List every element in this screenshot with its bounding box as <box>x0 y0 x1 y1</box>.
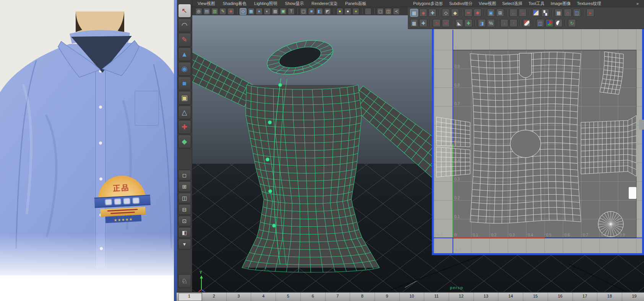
frame-tick-18[interactable]: 18 <box>607 294 612 298</box>
lasso-select-tool[interactable]: ◠ <box>178 18 191 32</box>
tweak-uv-tool-icon[interactable]: ▩ <box>410 19 418 27</box>
checker-cube-icon[interactable]: ◩ <box>324 8 331 15</box>
frame-tick-16[interactable]: 16 <box>558 294 562 298</box>
dim-image-icon[interactable] <box>523 19 531 27</box>
frame-tick-4[interactable]: 4 <box>262 294 264 298</box>
frame-tick-11[interactable]: 11 <box>434 294 438 298</box>
title-safe-icon[interactable]: T <box>288 8 295 15</box>
frame-tick-15[interactable]: 15 <box>533 294 538 298</box>
soft-mod-tool[interactable]: △ <box>178 106 191 119</box>
frame-tick-19[interactable]: 19 <box>632 294 636 298</box>
maya-swirl-icon[interactable]: ♘ <box>178 274 191 288</box>
uv-lattice-tool-icon[interactable]: ▦ <box>410 9 418 17</box>
smear-uv-tool-icon[interactable]: ✚ <box>419 19 427 27</box>
vp-menu-renderer[interactable]: Renderer渲染 <box>311 1 337 7</box>
two-d-pan-icon[interactable]: ◈ <box>227 8 234 15</box>
share-view-icon[interactable]: ≺ <box>393 8 400 15</box>
sew-uv-edge-icon[interactable]: ✱ <box>474 9 482 17</box>
lighting-mode-icon[interactable]: ◐ <box>264 8 271 15</box>
uv-menu-tool[interactable]: Tool工具 <box>529 1 545 7</box>
rotate-tool[interactable]: ◉ <box>178 62 191 76</box>
overflow-arrow-icon[interactable]: ► <box>586 9 594 17</box>
uv-editor-canvas[interactable]: 10.90.80.70.60.50.40.30.20.1-0.100.10.20… <box>432 29 644 255</box>
select-shell-cursor-icon[interactable]: ✚ <box>428 9 436 17</box>
copy-uv-shell-icon[interactable]: ◫ <box>573 9 581 17</box>
isolate-select-icon[interactable]: ◌ <box>365 8 371 15</box>
persp-outliner-layout[interactable]: ◫ <box>178 193 191 203</box>
frame-tick-2[interactable]: 2 <box>213 294 215 298</box>
view-cube-icon[interactable]: ▢ <box>377 8 384 15</box>
vp-menu-panels[interactable]: Panels面板 <box>345 1 367 7</box>
image-plane-icon[interactable]: ✎ <box>219 8 226 15</box>
textured-mode-icon[interactable]: ● <box>256 8 263 15</box>
pane-copy-icon[interactable]: ◫ <box>385 8 392 15</box>
universal-manipulator-tool[interactable]: ▣ <box>178 91 191 105</box>
pixel-snap-icon[interactable]: ▦ <box>555 9 563 17</box>
align-up-icon[interactable]: ↑ <box>509 19 517 27</box>
frame-tick-6[interactable]: 6 <box>311 294 314 298</box>
layout-uv-icon[interactable]: ▣ <box>487 9 495 17</box>
vp-menu-view[interactable]: View视图 <box>198 1 215 7</box>
textured-cube-icon[interactable]: ◧ <box>316 8 323 15</box>
cut-uv-edge-icon[interactable]: ✂ <box>464 9 472 17</box>
magnet-snap-icon[interactable]: ∩ <box>564 9 572 17</box>
rotate-ccw-icon[interactable]: ↺ <box>442 19 450 27</box>
cycle-edge-icon[interactable]: ◣ <box>455 19 463 27</box>
move-uv-shell-icon[interactable]: ◈ <box>419 9 427 17</box>
menu-overflow-icon[interactable]: » <box>636 1 639 6</box>
four-pane-layout[interactable]: ⊞ <box>178 181 191 192</box>
uv-menu-subdivs[interactable]: Subdivs细分 <box>449 1 472 7</box>
last-tool-used[interactable]: ◆ <box>178 135 191 148</box>
xray-mode-icon[interactable]: ▩ <box>272 8 279 15</box>
light-yellow-icon[interactable]: ● <box>336 8 343 15</box>
vp-menu-shading[interactable]: Shading着色 <box>223 1 247 7</box>
select-camera-icon[interactable]: ◎ <box>195 8 202 15</box>
frame-tick-9[interactable]: 9 <box>386 294 388 298</box>
flip-u-icon[interactable]: ◇ <box>442 9 450 17</box>
time-slider[interactable]: 12345678910111213141516171819 <box>177 292 644 301</box>
frame-tick-17[interactable]: 17 <box>582 294 587 298</box>
rotate-green-icon[interactable]: ↻ <box>568 19 576 27</box>
move-tool[interactable]: ▲ <box>178 47 191 61</box>
rgb-channels-icon[interactable] <box>545 19 553 27</box>
uv-menu-image[interactable]: Image图像 <box>551 1 571 7</box>
light-gray-icon[interactable]: ● <box>344 8 351 15</box>
vp-menu-show[interactable]: Show显示 <box>285 1 304 7</box>
frame-tick-14[interactable]: 14 <box>508 294 513 298</box>
rotate-cw-icon[interactable]: ↻ <box>433 19 441 27</box>
frame-tick-10[interactable]: 10 <box>409 294 414 298</box>
vp-menu-lighting[interactable]: Lighting照明 <box>254 1 277 7</box>
select-tool[interactable]: ↖ <box>178 4 191 18</box>
light-olive-icon[interactable]: ● <box>352 8 359 15</box>
hypershade-persp-layout[interactable]: ⊡ <box>178 216 191 226</box>
move-axis-icon[interactable]: ✚ <box>464 19 472 27</box>
uv-menu-textures[interactable]: Textures纹理 <box>577 1 601 7</box>
frame-tick-7[interactable]: 7 <box>336 294 339 298</box>
persp-uv-layout[interactable]: ◧ <box>178 227 191 238</box>
show-manipulator-tool[interactable]: ✚ <box>178 120 191 134</box>
relax-uv-icon[interactable]: % <box>487 19 495 27</box>
camera-attributes-icon[interactable]: ▤ <box>203 8 210 15</box>
canvas-edge-tab[interactable] <box>639 120 644 130</box>
unfold-uv-icon[interactable]: ◨ <box>478 19 486 27</box>
frame-tick-5[interactable]: 5 <box>287 294 289 298</box>
shaded-cube-icon[interactable]: ■ <box>308 8 315 15</box>
persp-graph-layout[interactable]: ⊟ <box>178 204 191 215</box>
scale-tool[interactable]: ■ <box>178 76 191 90</box>
align-left-icon[interactable]: ← <box>509 9 517 17</box>
layout-shelf-menu[interactable]: ▾ <box>178 239 191 249</box>
bookmark-icon[interactable]: ▥ <box>211 8 218 15</box>
filtered-image-icon[interactable]: ▚ <box>541 9 549 17</box>
uv-menu-polygons[interactable]: Polygons多边形 <box>413 1 443 7</box>
align-right-icon[interactable]: → <box>519 9 527 17</box>
frame-tick-3[interactable]: 3 <box>237 294 240 298</box>
shaded-mode-icon[interactable]: ▦ <box>248 8 255 15</box>
paste-uv-icon[interactable]: ◫ <box>536 19 544 27</box>
frame-tick-1[interactable]: 1 <box>188 294 190 298</box>
default-material-icon[interactable]: ▢ <box>300 8 307 15</box>
flip-v-icon[interactable]: ◆ <box>451 9 459 17</box>
vertex-display-icon[interactable]: ▣ <box>280 8 287 15</box>
frame-tick-13[interactable]: 13 <box>483 294 488 298</box>
single-pane-layout[interactable]: ◻ <box>178 170 191 181</box>
alpha-channel-icon[interactable] <box>555 19 563 27</box>
